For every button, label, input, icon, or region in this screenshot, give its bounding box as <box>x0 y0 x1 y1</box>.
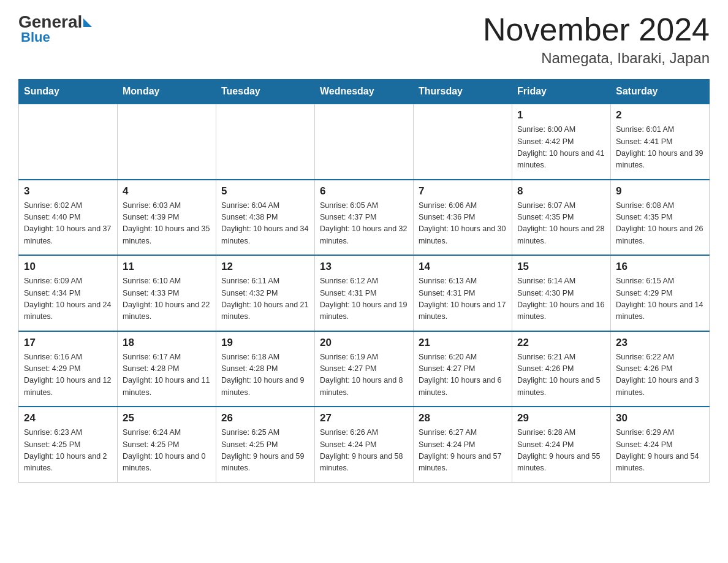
day-number: 13 <box>320 261 408 273</box>
day-info: Sunrise: 6:07 AMSunset: 4:35 PMDaylight:… <box>517 200 605 248</box>
day-info: Sunrise: 6:08 AMSunset: 4:35 PMDaylight:… <box>616 200 704 248</box>
day-info: Sunrise: 6:05 AMSunset: 4:37 PMDaylight:… <box>320 200 408 248</box>
day-number: 2 <box>616 109 704 121</box>
calendar-cell-w5-d7: 30Sunrise: 6:29 AMSunset: 4:24 PMDayligh… <box>611 407 710 482</box>
day-info: Sunrise: 6:19 AMSunset: 4:27 PMDaylight:… <box>320 351 408 399</box>
day-number: 12 <box>221 261 309 273</box>
calendar-cell-w1-d1 <box>19 104 118 180</box>
day-number: 26 <box>221 412 309 424</box>
day-info: Sunrise: 6:11 AMSunset: 4:32 PMDaylight:… <box>221 275 309 323</box>
day-info: Sunrise: 6:24 AMSunset: 4:25 PMDaylight:… <box>123 427 211 475</box>
day-info: Sunrise: 6:13 AMSunset: 4:31 PMDaylight:… <box>419 275 507 323</box>
week-row-1: 1Sunrise: 6:00 AMSunset: 4:42 PMDaylight… <box>19 104 710 180</box>
calendar-cell-w3-d3: 12Sunrise: 6:11 AMSunset: 4:32 PMDayligh… <box>216 255 315 331</box>
calendar-cell-w1-d6: 1Sunrise: 6:00 AMSunset: 4:42 PMDaylight… <box>512 104 611 180</box>
calendar-cell-w2-d5: 7Sunrise: 6:06 AMSunset: 4:36 PMDaylight… <box>414 180 512 256</box>
calendar-cell-w1-d7: 2Sunrise: 6:01 AMSunset: 4:41 PMDaylight… <box>611 104 710 180</box>
week-row-4: 17Sunrise: 6:16 AMSunset: 4:29 PMDayligh… <box>19 331 710 407</box>
logo-blue-text: Blue <box>18 29 50 45</box>
day-info: Sunrise: 6:10 AMSunset: 4:33 PMDaylight:… <box>123 275 211 323</box>
day-info: Sunrise: 6:02 AMSunset: 4:40 PMDaylight:… <box>24 200 112 248</box>
calendar-cell-w5-d5: 28Sunrise: 6:27 AMSunset: 4:24 PMDayligh… <box>414 407 512 482</box>
day-number: 3 <box>24 185 112 197</box>
week-row-3: 10Sunrise: 6:09 AMSunset: 4:34 PMDayligh… <box>19 255 710 331</box>
day-info: Sunrise: 6:01 AMSunset: 4:41 PMDaylight:… <box>616 124 704 172</box>
day-number: 24 <box>24 412 112 424</box>
header-tuesday: Tuesday <box>216 80 315 104</box>
calendar-cell-w5-d4: 27Sunrise: 6:26 AMSunset: 4:24 PMDayligh… <box>315 407 414 482</box>
logo-triangle-icon <box>83 18 92 27</box>
day-info: Sunrise: 6:06 AMSunset: 4:36 PMDaylight:… <box>419 200 507 248</box>
day-number: 10 <box>24 261 112 273</box>
calendar-cell-w3-d7: 16Sunrise: 6:15 AMSunset: 4:29 PMDayligh… <box>611 255 710 331</box>
day-number: 20 <box>320 337 408 349</box>
day-number: 5 <box>221 185 309 197</box>
day-number: 18 <box>123 337 211 349</box>
calendar-cell-w4-d7: 23Sunrise: 6:22 AMSunset: 4:26 PMDayligh… <box>611 331 710 407</box>
calendar-cell-w2-d7: 9Sunrise: 6:08 AMSunset: 4:35 PMDaylight… <box>611 180 710 256</box>
day-number: 11 <box>123 261 211 273</box>
day-info: Sunrise: 6:03 AMSunset: 4:39 PMDaylight:… <box>123 200 211 248</box>
day-info: Sunrise: 6:21 AMSunset: 4:26 PMDaylight:… <box>517 351 605 399</box>
calendar-cell-w1-d4 <box>315 104 414 180</box>
header-wednesday: Wednesday <box>315 80 414 104</box>
day-number: 23 <box>616 337 704 349</box>
day-number: 22 <box>517 337 605 349</box>
day-number: 28 <box>419 412 507 424</box>
header-thursday: Thursday <box>414 80 512 104</box>
header-monday: Monday <box>118 80 216 104</box>
calendar-cell-w3-d6: 15Sunrise: 6:14 AMSunset: 4:30 PMDayligh… <box>512 255 611 331</box>
day-number: 30 <box>616 412 704 424</box>
day-info: Sunrise: 6:22 AMSunset: 4:26 PMDaylight:… <box>616 351 704 399</box>
day-number: 16 <box>616 261 704 273</box>
calendar-cell-w4-d2: 18Sunrise: 6:17 AMSunset: 4:28 PMDayligh… <box>118 331 216 407</box>
calendar-cell-w5-d1: 24Sunrise: 6:23 AMSunset: 4:25 PMDayligh… <box>19 407 118 482</box>
header-saturday: Saturday <box>611 80 710 104</box>
day-info: Sunrise: 6:17 AMSunset: 4:28 PMDaylight:… <box>123 351 211 399</box>
day-number: 6 <box>320 185 408 197</box>
day-number: 25 <box>123 412 211 424</box>
header-friday: Friday <box>512 80 611 104</box>
day-info: Sunrise: 6:14 AMSunset: 4:30 PMDaylight:… <box>517 275 605 323</box>
calendar-cell-w3-d1: 10Sunrise: 6:09 AMSunset: 4:34 PMDayligh… <box>19 255 118 331</box>
day-number: 4 <box>123 185 211 197</box>
day-info: Sunrise: 6:12 AMSunset: 4:31 PMDaylight:… <box>320 275 408 323</box>
month-title: November 2024 <box>483 12 710 47</box>
day-info: Sunrise: 6:25 AMSunset: 4:25 PMDaylight:… <box>221 427 309 475</box>
day-number: 15 <box>517 261 605 273</box>
day-number: 9 <box>616 185 704 197</box>
calendar-cell-w2-d4: 6Sunrise: 6:05 AMSunset: 4:37 PMDaylight… <box>315 180 414 256</box>
day-info: Sunrise: 6:15 AMSunset: 4:29 PMDaylight:… <box>616 275 704 323</box>
calendar-cell-w3-d4: 13Sunrise: 6:12 AMSunset: 4:31 PMDayligh… <box>315 255 414 331</box>
week-row-5: 24Sunrise: 6:23 AMSunset: 4:25 PMDayligh… <box>19 407 710 482</box>
day-number: 19 <box>221 337 309 349</box>
location-title: Namegata, Ibaraki, Japan <box>483 50 710 67</box>
day-number: 14 <box>419 261 507 273</box>
calendar-cell-w3-d2: 11Sunrise: 6:10 AMSunset: 4:33 PMDayligh… <box>118 255 216 331</box>
calendar-cell-w5-d2: 25Sunrise: 6:24 AMSunset: 4:25 PMDayligh… <box>118 407 216 482</box>
logo: General Blue <box>18 12 92 45</box>
day-info: Sunrise: 6:18 AMSunset: 4:28 PMDaylight:… <box>221 351 309 399</box>
day-number: 8 <box>517 185 605 197</box>
day-info: Sunrise: 6:23 AMSunset: 4:25 PMDaylight:… <box>24 427 112 475</box>
day-number: 29 <box>517 412 605 424</box>
calendar-cell-w2-d2: 4Sunrise: 6:03 AMSunset: 4:39 PMDaylight… <box>118 180 216 256</box>
days-header-row: Sunday Monday Tuesday Wednesday Thursday… <box>19 80 710 104</box>
calendar-cell-w1-d5 <box>414 104 512 180</box>
calendar-cell-w4-d5: 21Sunrise: 6:20 AMSunset: 4:27 PMDayligh… <box>414 331 512 407</box>
day-info: Sunrise: 6:00 AMSunset: 4:42 PMDaylight:… <box>517 124 605 172</box>
day-number: 1 <box>517 109 605 121</box>
calendar-cell-w5-d3: 26Sunrise: 6:25 AMSunset: 4:25 PMDayligh… <box>216 407 315 482</box>
calendar-cell-w1-d3 <box>216 104 315 180</box>
day-info: Sunrise: 6:27 AMSunset: 4:24 PMDaylight:… <box>419 427 507 475</box>
day-info: Sunrise: 6:04 AMSunset: 4:38 PMDaylight:… <box>221 200 309 248</box>
day-info: Sunrise: 6:29 AMSunset: 4:24 PMDaylight:… <box>616 427 704 475</box>
day-info: Sunrise: 6:26 AMSunset: 4:24 PMDaylight:… <box>320 427 408 475</box>
calendar-cell-w4-d1: 17Sunrise: 6:16 AMSunset: 4:29 PMDayligh… <box>19 331 118 407</box>
calendar-cell-w4-d4: 20Sunrise: 6:19 AMSunset: 4:27 PMDayligh… <box>315 331 414 407</box>
calendar-cell-w4-d6: 22Sunrise: 6:21 AMSunset: 4:26 PMDayligh… <box>512 331 611 407</box>
day-info: Sunrise: 6:20 AMSunset: 4:27 PMDaylight:… <box>419 351 507 399</box>
day-number: 21 <box>419 337 507 349</box>
day-number: 17 <box>24 337 112 349</box>
calendar-cell-w2-d1: 3Sunrise: 6:02 AMSunset: 4:40 PMDaylight… <box>19 180 118 256</box>
